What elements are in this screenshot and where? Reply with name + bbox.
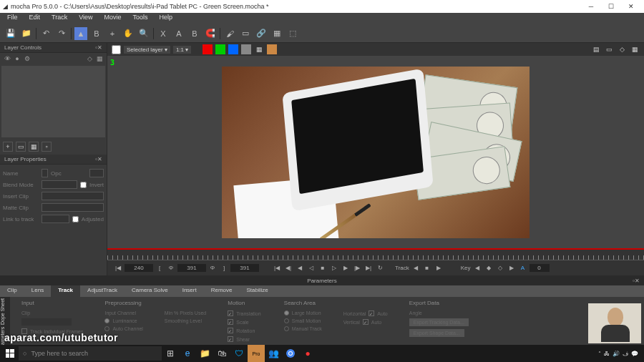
- start-frame-field[interactable]: 240: [125, 264, 153, 272]
- layer-group-icon[interactable]: ▦: [29, 142, 39, 152]
- rgb-g-icon[interactable]: [215, 44, 225, 54]
- menu-view[interactable]: View: [73, 13, 98, 24]
- invert-checkbox[interactable]: [80, 182, 87, 188]
- pan-tool-icon[interactable]: ✋: [122, 27, 135, 40]
- export-tracking-button[interactable]: Export Tracking Data...: [409, 318, 469, 326]
- key-del-icon[interactable]: ◇: [495, 263, 505, 273]
- goto-start-icon[interactable]: |◀: [113, 263, 123, 273]
- step-fwd-icon[interactable]: ▶: [341, 263, 351, 273]
- lock-icon[interactable]: ●: [13, 54, 21, 63]
- set-in-icon[interactable]: [: [155, 263, 165, 273]
- rotation-checkbox[interactable]: [228, 328, 233, 333]
- vert-auto-checkbox[interactable]: [363, 319, 369, 325]
- menu-track[interactable]: Track: [46, 13, 73, 24]
- set-out-icon[interactable]: ]: [219, 263, 229, 273]
- name-field[interactable]: [42, 169, 48, 177]
- record-icon[interactable]: ●: [299, 345, 316, 362]
- taskview-icon[interactable]: ⊞: [162, 345, 179, 362]
- taskbar-search[interactable]: ○ Type here to search: [19, 346, 162, 361]
- brush-icon[interactable]: 🖌: [223, 27, 236, 40]
- last-frame-icon[interactable]: ▶|: [364, 263, 374, 273]
- translation-checkbox[interactable]: [228, 310, 233, 316]
- overlay-icon[interactable]: ▦: [254, 44, 264, 54]
- manual-track-radio[interactable]: [284, 326, 289, 331]
- sidetab-dopesheet[interactable]: Dope Sheet: [0, 298, 10, 325]
- step-back-icon[interactable]: ◀: [295, 263, 305, 273]
- chrome-icon[interactable]: [282, 345, 299, 362]
- tab-clip[interactable]: Clip: [0, 285, 24, 297]
- layer-delete-icon[interactable]: ▫: [42, 142, 52, 152]
- timeline-range[interactable]: [107, 248, 644, 255]
- current-frame-field[interactable]: 391: [230, 264, 259, 272]
- notifications-icon[interactable]: 💬: [631, 351, 638, 357]
- maximize-button[interactable]: ☐: [601, 0, 621, 13]
- cog-icon[interactable]: ⚙: [23, 54, 31, 63]
- track-stop-icon[interactable]: ■: [422, 263, 432, 273]
- tab-lens[interactable]: Lens: [24, 285, 51, 297]
- clip-dropdown[interactable]: [21, 318, 72, 326]
- panel-close-icon[interactable]: ▫✕: [95, 156, 102, 162]
- magnet-icon[interactable]: 🧲: [204, 27, 217, 40]
- x-snap-icon[interactable]: X: [157, 27, 170, 40]
- opc-field[interactable]: [89, 169, 104, 177]
- store-icon[interactable]: 🛍: [213, 345, 230, 362]
- viewer-canvas[interactable]: 3: [107, 56, 644, 248]
- rgb-b-icon[interactable]: [228, 44, 238, 54]
- redo-icon[interactable]: ↷: [55, 27, 68, 40]
- spline-col-icon[interactable]: ◇: [85, 54, 94, 63]
- explorer-icon[interactable]: 📁: [196, 345, 213, 362]
- large-motion-radio[interactable]: [284, 310, 289, 315]
- params-close-icon[interactable]: ▫✕: [633, 278, 640, 284]
- panel-close-icon[interactable]: ▫✕: [95, 44, 102, 51]
- play-back-icon[interactable]: ◁: [306, 263, 316, 273]
- link-icon[interactable]: 🔗: [255, 27, 268, 40]
- mocha-taskbar-icon[interactable]: Pro: [248, 345, 265, 362]
- menu-file[interactable]: File: [1, 13, 24, 24]
- menu-edit[interactable]: Edit: [24, 13, 47, 24]
- stop-icon[interactable]: ■: [318, 263, 328, 273]
- planar-icon[interactable]: ◇: [617, 44, 627, 54]
- edge-icon[interactable]: e: [179, 345, 196, 362]
- teams-icon[interactable]: 👥: [265, 345, 282, 362]
- alpha-icon[interactable]: [241, 44, 251, 54]
- luminance-radio[interactable]: [104, 318, 109, 323]
- track-fwd-icon[interactable]: ▶: [434, 263, 444, 273]
- minimize-button[interactable]: ─: [581, 0, 601, 13]
- matte-clip-field[interactable]: [42, 203, 104, 212]
- first-frame-icon[interactable]: |◀: [272, 263, 282, 273]
- end-frame-field[interactable]: 0: [530, 264, 550, 272]
- tab-remove[interactable]: Remove: [204, 285, 240, 297]
- play-fwd-icon[interactable]: ▷: [329, 263, 339, 273]
- key-prev-icon[interactable]: ◀: [472, 263, 482, 273]
- prev-key-icon[interactable]: ◀|: [283, 263, 293, 273]
- a-snap-icon[interactable]: A: [172, 27, 185, 40]
- tab-track[interactable]: Track: [51, 285, 80, 297]
- auto-channel-radio[interactable]: [104, 326, 109, 331]
- menu-help[interactable]: Help: [154, 13, 179, 24]
- adjusted-checkbox[interactable]: [72, 216, 79, 222]
- save-icon[interactable]: 💾: [4, 27, 17, 40]
- dashed-rect-icon[interactable]: ⬚: [286, 27, 299, 40]
- volume-icon[interactable]: 🔊: [613, 351, 620, 357]
- language-icon[interactable]: ف: [623, 351, 628, 357]
- clip-view-icon[interactable]: [267, 44, 277, 54]
- key-add-icon[interactable]: ◆: [484, 263, 494, 273]
- loop-icon[interactable]: ↻: [375, 263, 385, 273]
- rect-tool-icon[interactable]: ▭: [239, 27, 252, 40]
- key-next-icon[interactable]: ▶: [507, 263, 517, 273]
- tab-insert[interactable]: Insert: [175, 285, 204, 297]
- tab-camerasolve[interactable]: Camera Solve: [125, 285, 175, 297]
- layer-duplicate-icon[interactable]: ▭: [16, 142, 26, 152]
- rgb-r-icon[interactable]: [203, 44, 213, 54]
- blend-field[interactable]: [42, 180, 77, 189]
- export-shape-button[interactable]: Export Shape Data...: [409, 329, 464, 337]
- xspline-tool-icon[interactable]: B: [90, 27, 103, 40]
- visibility-icon[interactable]: 👁: [3, 54, 11, 63]
- trace-icon[interactable]: ▦: [630, 44, 640, 54]
- grid-icon[interactable]: ▤: [591, 44, 601, 54]
- small-motion-radio[interactable]: [284, 318, 289, 323]
- b-snap-icon[interactable]: B: [188, 27, 201, 40]
- track-back-icon[interactable]: ◀: [411, 263, 421, 273]
- zoom-selector[interactable]: 1:1 ▾: [173, 46, 191, 54]
- insert-clip-field[interactable]: [42, 192, 104, 200]
